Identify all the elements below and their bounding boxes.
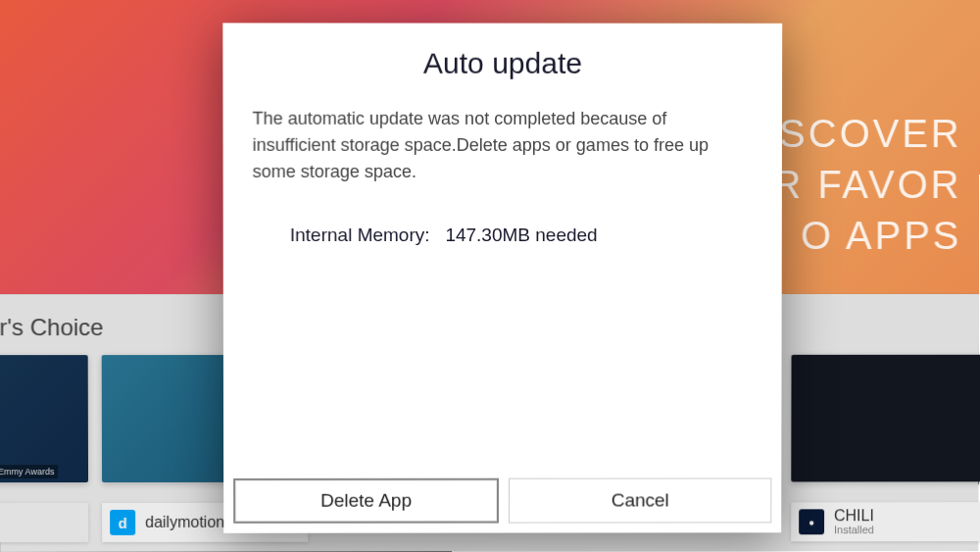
tile-caption: st Moments From the 2018 Emmy Awards <box>0 465 58 478</box>
delete-app-button[interactable]: Delete App <box>233 478 499 524</box>
content-tile[interactable] <box>791 355 980 482</box>
hero-promo-text: SCOVER R FAVOR O APPS <box>772 108 962 261</box>
dailymotion-icon: d <box>110 510 135 535</box>
dialog-title: Auto update <box>222 47 782 106</box>
dialog-memory-info: Internal Memory: 147.30MB needed <box>223 185 782 246</box>
hero-line: SCOVER <box>772 108 961 159</box>
content-tile[interactable]: st Moments From the 2018 Emmy Awards <box>0 355 88 482</box>
auto-update-dialog: Auto update The automatic update was not… <box>222 23 782 532</box>
dialog-message: The automatic update was not completed b… <box>222 106 782 185</box>
app-status: Installed <box>834 525 874 535</box>
hero-line: R FAVOR <box>772 159 961 210</box>
tv-screen: SCOVER R FAVOR O APPS r's Choice st Mome… <box>0 0 980 552</box>
app-tile-chili[interactable]: ● CHILI Installed <box>791 502 980 541</box>
app-name: CHILI <box>834 508 874 524</box>
memory-needed: 147.30MB needed <box>445 225 597 245</box>
app-tile[interactable] <box>0 503 88 542</box>
app-name: dailymotion <box>145 514 224 531</box>
cancel-button[interactable]: Cancel <box>509 477 771 523</box>
dialog-button-row: Delete App Cancel <box>223 469 781 533</box>
hero-line: O APPS <box>772 210 961 261</box>
chili-icon: ● <box>799 509 824 534</box>
memory-label: Internal Memory: <box>290 225 430 245</box>
